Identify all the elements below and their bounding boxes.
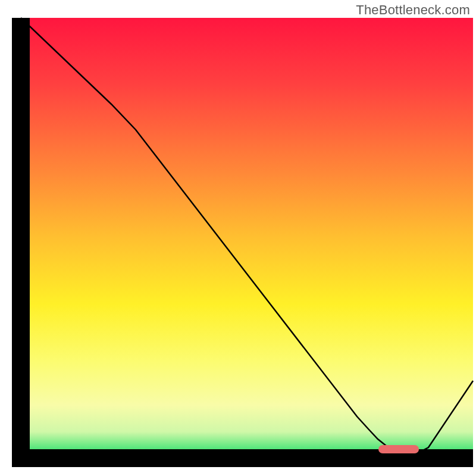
svg-rect-3	[12, 18, 30, 458]
watermark-text: TheBottleneck.com	[356, 2, 470, 18]
chart-container: TheBottleneck.com	[0, 0, 476, 476]
optimal-marker	[378, 445, 419, 453]
chart-svg	[0, 0, 476, 476]
plot-background	[21, 18, 473, 458]
